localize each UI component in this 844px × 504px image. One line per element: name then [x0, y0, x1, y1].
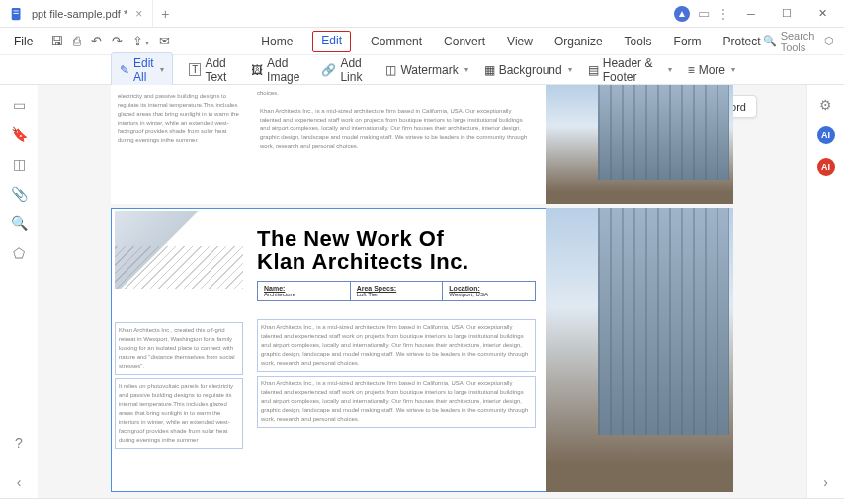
attachments-icon[interactable]: 📎	[11, 186, 28, 202]
workspace: ▭ 🔖 ◫ 📎 🔍 ⬠ ? ‹ 📄 PDF To Word electricit…	[0, 85, 844, 498]
edit-icon: ✎	[120, 63, 129, 77]
background-button[interactable]: ▦Background	[484, 63, 572, 77]
sidebar-expand-icon[interactable]: ›	[823, 474, 828, 490]
document-canvas[interactable]: 📄 PDF To Word electricity and passive bu…	[38, 85, 806, 498]
header-footer-button[interactable]: ▤Header & Footer	[588, 56, 672, 84]
header-footer-icon: ▤	[588, 63, 599, 77]
email-icon[interactable]: ✉	[159, 34, 170, 48]
svg-rect-1	[14, 10, 19, 11]
maximize-button[interactable]: ☐	[773, 2, 801, 26]
tab-view[interactable]: View	[505, 31, 535, 52]
building-thumbnail	[115, 211, 243, 289]
share-icon[interactable]: ⇪	[132, 34, 149, 48]
more-button[interactable]: ≡More	[688, 63, 735, 77]
thumbnails-icon[interactable]: ▭	[13, 97, 26, 113]
file-menu[interactable]: File	[6, 35, 41, 48]
document-tab[interactable]: ppt file-sample.pdf * ×	[0, 0, 153, 27]
text-block[interactable]: Khan Architects Inc., created this off-g…	[115, 322, 243, 375]
title-bar: ppt file-sample.pdf * × + ▲ ▭ ⋮ ─ ☐ ✕	[0, 0, 844, 28]
user-avatar[interactable]: ▲	[674, 6, 690, 22]
print-icon[interactable]: ⎙	[73, 34, 81, 48]
page-2-partial: electricity and passive building designs…	[111, 85, 733, 204]
tab-close-icon[interactable]: ×	[135, 7, 142, 21]
info-table[interactable]: Name:Architecture Area Specs:Loft Tier L…	[257, 281, 536, 301]
page-title[interactable]: The New Work Of Klan Architects Inc.	[257, 227, 536, 273]
background-icon: ▦	[484, 63, 495, 77]
text-block[interactable]: It relies on photovoltaic panels for ele…	[115, 378, 243, 449]
new-tab-button[interactable]: +	[153, 6, 177, 22]
save-icon[interactable]: 🖫	[50, 34, 63, 48]
layers-icon[interactable]: ◫	[13, 156, 26, 172]
tab-comment[interactable]: Comment	[369, 31, 424, 52]
more-icon: ≡	[688, 63, 695, 77]
undo-icon[interactable]: ↶	[91, 34, 102, 48]
ai-red-badge[interactable]: AI	[817, 158, 835, 176]
close-window-button[interactable]: ✕	[808, 2, 836, 26]
tab-convert[interactable]: Convert	[442, 31, 487, 52]
building-image	[546, 208, 733, 492]
ai-badge[interactable]: AI	[817, 126, 835, 144]
sidebar-collapse-icon[interactable]: ‹	[17, 474, 22, 490]
text-block[interactable]: Khan Architects Inc., is a mid-sized arc…	[257, 319, 536, 372]
tab-form[interactable]: Form	[672, 31, 704, 52]
search-tools[interactable]: 🔍 Search Tools	[763, 30, 815, 53]
tab-tools[interactable]: Tools	[623, 31, 654, 52]
image-icon: 🖼	[251, 63, 263, 77]
search-placeholder: Search Tools	[781, 30, 815, 53]
watermark-icon: ◫	[385, 63, 396, 77]
text-block[interactable]: Khan Architects Inc., is a mid-sized arc…	[257, 376, 536, 428]
nav-search-icon[interactable]: 🔍	[11, 215, 28, 231]
tab-protect[interactable]: Protect	[721, 31, 763, 52]
add-image-button[interactable]: 🖼Add Image	[251, 56, 305, 84]
menu-bar: File 🖫 ⎙ ↶ ↷ ⇪ ✉ Home Edit Comment Conve…	[0, 28, 844, 55]
tab-edit[interactable]: Edit	[312, 31, 351, 52]
text-icon: T	[189, 63, 201, 76]
add-link-button[interactable]: 🔗Add Link	[321, 56, 370, 84]
svg-rect-2	[14, 13, 19, 14]
text-line: choices.	[257, 89, 536, 98]
watermark-button[interactable]: ◫Watermark	[385, 63, 467, 77]
left-sidebar: ▭ 🔖 ◫ 📎 🔍 ⬠ ? ‹	[0, 85, 38, 498]
edit-all-button[interactable]: ✎Edit All	[111, 52, 173, 88]
status-bar: 101.93 x 47.87 cm ✋ ⌖ |‹ ‹ 3 /4 › ›| ⇅ ⊡…	[0, 498, 844, 504]
add-text-button[interactable]: TAdd Text	[189, 56, 235, 84]
link-icon: 🔗	[321, 63, 336, 77]
settings-icon[interactable]: ⚙	[819, 97, 832, 113]
right-sidebar: ⚙ AI AI ›	[806, 85, 844, 498]
page-3[interactable]: Khan Architects Inc., created this off-g…	[111, 208, 733, 492]
tab-organize[interactable]: Organize	[552, 31, 605, 52]
edit-toolbar: ✎Edit All TAdd Text 🖼Add Image 🔗Add Link…	[0, 55, 844, 85]
minimize-button[interactable]: ─	[737, 2, 765, 26]
cloud-icon[interactable]: ⬡	[824, 35, 834, 47]
notifications-icon[interactable]: ▭	[698, 6, 710, 21]
bookmarks-icon[interactable]: 🔖	[11, 126, 28, 142]
help-icon[interactable]: ?	[15, 435, 23, 451]
ribbon-tabs: Home Edit Comment Convert View Organize …	[259, 31, 762, 52]
building-image	[546, 85, 733, 204]
3d-icon[interactable]: ⬠	[13, 245, 25, 261]
tab-title: ppt file-sample.pdf *	[32, 8, 127, 20]
pdf-file-icon	[10, 7, 24, 21]
text-block[interactable]: Khan Architects Inc., is a mid-sized arc…	[257, 104, 536, 154]
redo-icon[interactable]: ↷	[112, 34, 123, 48]
text-block[interactable]: electricity and passive building designs…	[115, 89, 243, 148]
search-icon: 🔍	[763, 35, 777, 47]
tab-home[interactable]: Home	[259, 31, 295, 52]
kebab-menu-icon[interactable]: ⋮	[717, 7, 729, 21]
